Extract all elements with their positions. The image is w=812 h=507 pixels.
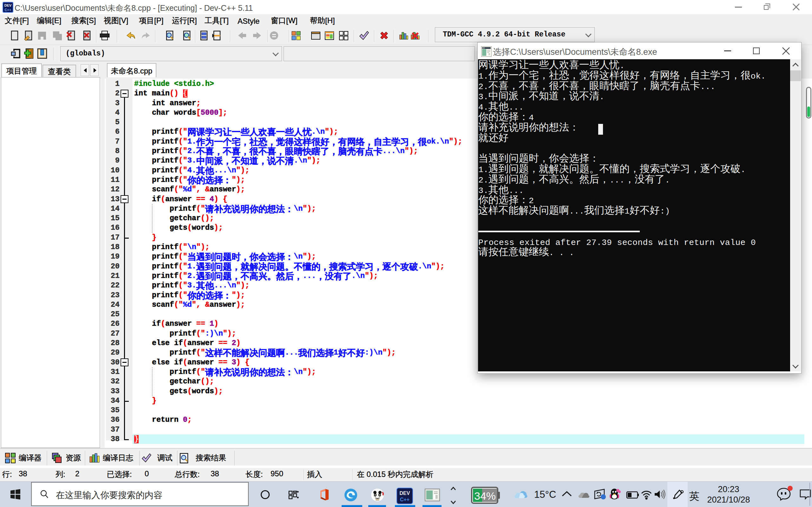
svg-text:C++: C++ bbox=[400, 497, 409, 502]
svg-text:DEV: DEV bbox=[400, 491, 410, 496]
svg-text:34%: 34% bbox=[474, 490, 496, 502]
svg-text:C++: C++ bbox=[5, 8, 11, 12]
svg-text:DEV: DEV bbox=[4, 3, 12, 7]
